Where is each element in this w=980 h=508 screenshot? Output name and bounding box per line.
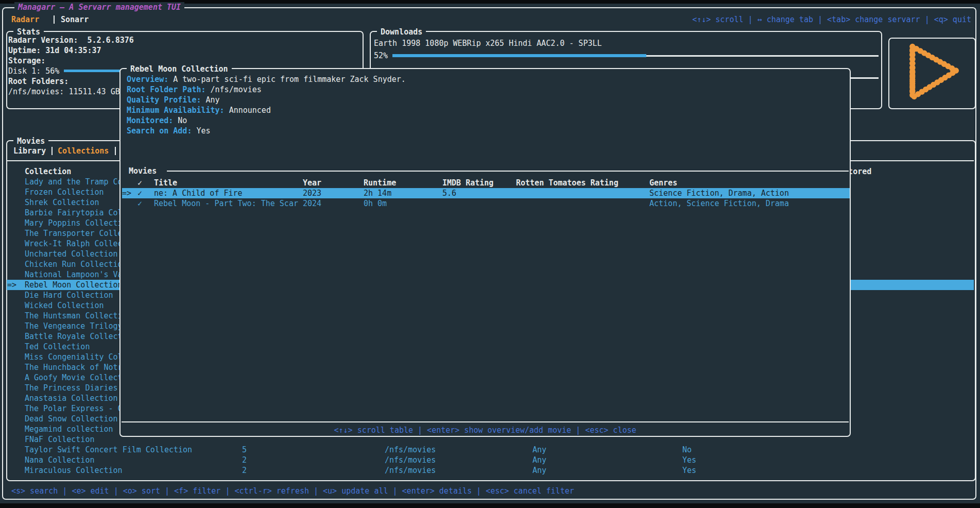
field-value: No <box>178 116 187 125</box>
field-value: Any <box>206 95 220 105</box>
collection-quality-profile: Any <box>532 445 546 455</box>
movie-genres: Science Fiction, Drama, Action <box>649 188 789 198</box>
field-label: Minimum Availability: <box>127 106 225 115</box>
movie-genres: Action, Science Fiction, Drama <box>649 198 789 209</box>
collection-quality-profile: Any <box>532 455 546 465</box>
radarr-version-value: 5.2.6.8376 <box>87 36 133 45</box>
storage-label: Storage: <box>8 56 45 66</box>
download-item-title: Earth 1998 1080p WEBRip x265 Hindi AAC2.… <box>374 38 602 48</box>
collection-search-on-add: Yes <box>682 465 696 476</box>
collection-title: Wicked Collection <box>25 300 104 311</box>
download-item-percent: 52% <box>374 50 388 61</box>
collection-detail-field: Overview:A two-part sci-fi epic from fil… <box>127 74 406 84</box>
movies-header-genres: Genres <box>649 178 677 188</box>
movie-monitored-check: ✓ <box>137 198 142 209</box>
collection-row[interactable]: Taylor Swift Concert Film Collection5/nf… <box>7 445 974 455</box>
disk-label: Disk 1: <box>8 66 41 76</box>
download-progress-bar-filled <box>392 54 646 57</box>
collection-title: The Hunchback of Notr <box>25 362 123 372</box>
tab-library[interactable]: Library <box>13 146 46 156</box>
collection-title: Barbie Fairytopia Col <box>25 208 123 218</box>
collection-title: Rebel Moon Collection <box>25 280 123 290</box>
movie-monitored-check: ✓ <box>137 188 142 198</box>
terminal-bottom-strip <box>0 503 980 508</box>
selection-marker: => <box>122 188 131 198</box>
collection-search-on-add: No <box>682 445 692 455</box>
movie-imdb-rating: 5.6 <box>442 188 456 198</box>
collection-title: Lady and the Tramp Co <box>25 177 123 187</box>
movies-header-monitored: ✓ <box>137 178 142 188</box>
collection-title: The Polar Express - C <box>25 403 123 414</box>
tab-radarr[interactable]: Radarr <box>11 14 39 25</box>
uptime-label: Uptime: <box>8 46 41 55</box>
field-label: Overview: <box>127 75 168 84</box>
tab-collections[interactable]: Collections <box>58 146 109 156</box>
collection-title: Megamind collection <box>25 424 113 434</box>
collection-row[interactable]: Nana Collection2/nfs/moviesAnyYes <box>7 455 974 465</box>
collection-title: Uncharted Collection <box>25 249 118 259</box>
collection-detail-field: Search on Add:Yes <box>127 126 211 136</box>
field-value: Announced <box>229 106 271 115</box>
modal-title: Rebel Moon Collection <box>127 64 232 74</box>
field-label: Quality Profile: <box>127 95 201 105</box>
field-value: Yes <box>196 126 210 136</box>
movies-section-rule <box>167 171 849 172</box>
field-label: Root Folder Path: <box>127 85 206 94</box>
selection-marker: => <box>7 280 16 290</box>
collection-detail-field: Root Folder Path:/nfs/movies <box>127 84 262 95</box>
root-folders-label: Root Folders: <box>8 76 68 87</box>
download-progress-bar-remaining <box>646 55 879 57</box>
collection-search-on-add: Yes <box>682 455 696 465</box>
movies-header-title: Title <box>154 178 177 188</box>
collection-detail-field: Monitored:No <box>127 115 187 126</box>
collection-title: Battle Royale Collect <box>25 331 123 342</box>
collection-detail-field: Quality Profile:Any <box>127 95 220 105</box>
tab-sonarr[interactable]: Sonarr <box>61 14 89 25</box>
collection-title: The Princess Diaries <box>25 383 118 393</box>
collection-root-folder-path: /nfs/movies <box>385 465 436 476</box>
collection-title: The Transporter Colle <box>25 228 123 239</box>
collection-title: The Vengeance Trilogy <box>25 321 123 331</box>
modal-keybind-hints: <↑↓> scroll table | <enter> show overvie… <box>121 425 850 435</box>
app-title: Managarr – A Servarr management TUI <box>14 2 184 12</box>
collection-movie-count: 5 <box>242 445 247 455</box>
field-label: Search on Add: <box>127 126 192 136</box>
collection-title: Taylor Swift Concert Film Collection <box>25 445 192 455</box>
collection-title: Mary Poppins Collecti <box>25 218 123 228</box>
collection-title: The Huntsman Collecti <box>25 311 123 321</box>
movies-header-rotten-tomatoes-rating: Rotten Tomatoes Rating <box>516 178 618 188</box>
movies-table-body: =>✓ne: A Child of Fire20232h 14m5.6Scien… <box>122 188 850 209</box>
collection-row[interactable]: Miraculous Collection2/nfs/moviesAnyYes <box>7 465 974 476</box>
collection-title: A Goofy Movie Collect <box>25 372 123 383</box>
field-label: Monitored: <box>127 116 173 125</box>
collection-title: Shrek Collection <box>25 197 99 208</box>
modal-footer-rule <box>122 421 849 422</box>
collection-details-modal: Overview:A two-part sci-fi epic from fil… <box>119 68 851 437</box>
collection-title: FNaF Collection <box>25 434 94 445</box>
collection-title: Anastasia Collection <box>25 393 118 403</box>
collection-root-folder-path: /nfs/movies <box>385 455 436 465</box>
movie-row[interactable]: =>✓ne: A Child of Fire20232h 14m5.6Scien… <box>122 188 850 198</box>
collection-title: Wreck-It Ralph Collec <box>25 239 123 249</box>
collection-title: National Lampoon's Va <box>25 269 123 280</box>
movies-header-imdb-rating: IMDB Rating <box>442 178 493 188</box>
bottom-keybind-hints: <s> search | <e> edit | <o> sort | <f> f… <box>11 486 574 496</box>
movie-runtime: 2h 14m <box>364 188 391 198</box>
field-value: /nfs/movies <box>211 85 262 94</box>
root-folder-usage: /nfs/movies: 11511.43 GB <box>8 87 120 97</box>
movie-title: ne: A Child of Fire <box>154 188 243 198</box>
collection-detail-fields: Overview:A two-part sci-fi epic from fil… <box>127 74 843 141</box>
movie-row[interactable]: ✓Rebel Moon - Part Two: The Scar20240h 0… <box>122 198 850 209</box>
movie-title: Rebel Moon - Part Two: The Scar <box>154 198 298 209</box>
collections-header-collection: Collection <box>25 166 71 177</box>
movies-header-year: Year <box>303 178 321 188</box>
field-value: A two-part sci-fi epic from filmmaker Za… <box>173 75 406 84</box>
movie-year: 2024 <box>303 198 321 209</box>
collection-title: Dead Snow Collection <box>25 414 118 424</box>
collection-title: Frozen Collection <box>25 187 104 197</box>
top-keybind-hints: <↑↓> scroll | ↔ change tab | <tab> chang… <box>692 14 971 25</box>
collection-detail-field: Minimum Availability:Announced <box>127 105 271 115</box>
collection-title: Die Hard Collection <box>25 290 113 300</box>
tab-separator <box>54 15 55 24</box>
uptime-value: 31d 04:35:37 <box>45 46 101 55</box>
